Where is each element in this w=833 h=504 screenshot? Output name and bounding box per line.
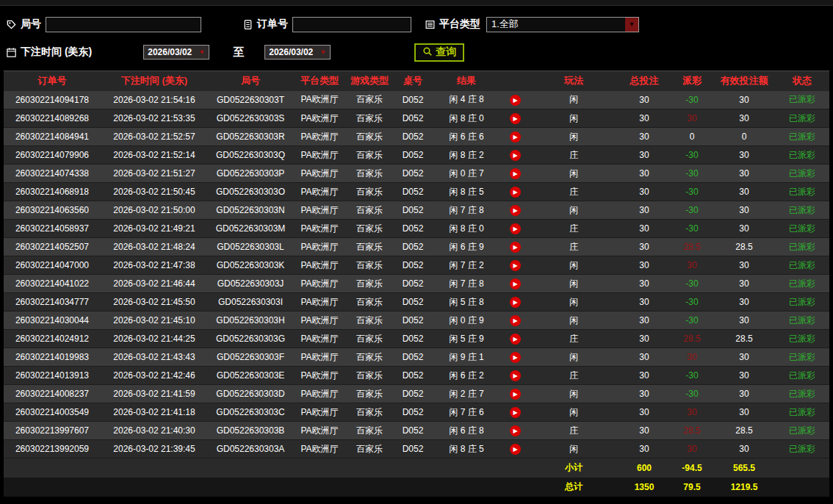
cell-valid-bet: 30 xyxy=(713,385,775,403)
cell-table-no: D052 xyxy=(393,109,433,128)
cell-platform: PA欧洲厅 xyxy=(293,312,346,330)
cell-replay: ▶ xyxy=(500,403,530,422)
cell-table-no: D052 xyxy=(393,275,433,293)
play-icon[interactable]: ▶ xyxy=(510,168,521,179)
play-icon[interactable]: ▶ xyxy=(510,113,521,124)
play-icon[interactable]: ▶ xyxy=(510,223,521,234)
cell-bet-time: 2026-03-02 21:47:38 xyxy=(101,256,208,275)
cell-valid-bet: 30 xyxy=(713,201,775,220)
col-header-total-bet: 总投注 xyxy=(618,71,671,91)
cell-order-no: 260302214030044 xyxy=(4,312,101,330)
cell-result: 闲 6 庄 6 xyxy=(433,128,500,146)
order-no-input[interactable] xyxy=(292,17,411,32)
play-icon[interactable]: ▶ xyxy=(510,334,521,345)
cell-status: 已派彩 xyxy=(775,293,829,312)
cell-total-bet: 30 xyxy=(618,256,671,275)
cell-result: 闲 6 庄 9 xyxy=(433,238,500,256)
cell-game-no: GD0522630303C xyxy=(208,403,293,422)
play-icon[interactable]: ▶ xyxy=(510,352,521,363)
play-icon[interactable]: ▶ xyxy=(510,407,521,418)
cell-table-no: D052 xyxy=(393,256,433,275)
cell-replay: ▶ xyxy=(500,201,530,220)
chevron-down-icon: ▼ xyxy=(320,48,326,56)
chevron-down-icon: ▼ xyxy=(625,18,638,32)
col-header-status: 状态 xyxy=(775,71,829,91)
cell-game-type: 百家乐 xyxy=(346,275,393,293)
cell-replay: ▶ xyxy=(500,238,530,256)
cell-game-no: GD0522630303T xyxy=(208,91,293,109)
table-row: 260302213992059 2026-03-02 21:39:45 GD05… xyxy=(4,440,829,458)
cell-play: 庄 xyxy=(530,422,618,440)
cell-status: 已派彩 xyxy=(775,330,829,348)
cell-status: 已派彩 xyxy=(775,109,829,128)
cell-status: 已派彩 xyxy=(775,348,829,367)
cell-valid-bet: 28.5 xyxy=(713,238,775,256)
table-row: 260302214052507 2026-03-02 21:48:24 GD05… xyxy=(4,238,829,256)
play-icon[interactable]: ▶ xyxy=(510,150,521,161)
cell-replay: ▶ xyxy=(500,220,530,238)
play-icon[interactable]: ▶ xyxy=(510,187,521,198)
subtotal-valid-bet: 565.5 xyxy=(713,458,775,478)
cell-game-type: 百家乐 xyxy=(346,422,393,440)
cell-table-no: D052 xyxy=(393,422,433,440)
cell-table-no: D052 xyxy=(393,91,433,109)
cell-payout: 30 xyxy=(671,403,713,422)
play-icon[interactable]: ▶ xyxy=(510,425,521,436)
cell-table-no: D052 xyxy=(393,367,433,385)
cell-game-no: GD0522630303K xyxy=(208,256,293,275)
play-icon[interactable]: ▶ xyxy=(510,242,521,253)
cell-game-type: 百家乐 xyxy=(346,293,393,312)
cell-valid-bet: 30 xyxy=(713,403,775,422)
cell-order-no: 260302214052507 xyxy=(4,238,101,256)
play-icon[interactable]: ▶ xyxy=(510,444,521,455)
document-icon xyxy=(242,19,253,30)
cell-bet-time: 2026-03-02 21:43:43 xyxy=(101,348,208,367)
cell-game-type: 百家乐 xyxy=(346,91,393,109)
play-icon[interactable]: ▶ xyxy=(510,297,521,308)
col-header-result: 结果 xyxy=(433,71,500,91)
cell-total-bet: 30 xyxy=(618,348,671,367)
subtotal-payout: -94.5 xyxy=(671,458,713,478)
bet-time-label: 下注时间 (美东) xyxy=(21,46,92,59)
cell-valid-bet: 30 xyxy=(713,220,775,238)
cell-game-no: GD0522630303G xyxy=(208,330,293,348)
cell-game-type: 百家乐 xyxy=(346,385,393,403)
cell-play: 闲 xyxy=(530,275,618,293)
game-no-input[interactable] xyxy=(46,17,201,32)
cell-total-bet: 30 xyxy=(618,128,671,146)
cell-table-no: D052 xyxy=(393,293,433,312)
cell-platform: PA欧洲厅 xyxy=(293,330,346,348)
platform-select[interactable]: 1.全部 ▼ xyxy=(486,17,639,32)
play-icon[interactable]: ▶ xyxy=(510,205,521,216)
cell-game-no: GD0522630303D xyxy=(208,385,293,403)
date-from-picker[interactable]: 2026/03/02 ▼ xyxy=(143,45,209,60)
play-icon[interactable]: ▶ xyxy=(510,370,521,381)
cell-valid-bet: 30 xyxy=(713,109,775,128)
cell-game-no: GD0522630303O xyxy=(208,183,293,201)
cell-total-bet: 30 xyxy=(618,312,671,330)
play-icon[interactable]: ▶ xyxy=(510,278,521,289)
cell-order-no: 260302214003549 xyxy=(4,403,101,422)
cell-bet-time: 2026-03-02 21:45:50 xyxy=(101,293,208,312)
subtotal-total-bet: 600 xyxy=(618,458,671,478)
cell-replay: ▶ xyxy=(500,91,530,109)
cell-order-no: 260302214084941 xyxy=(4,128,101,146)
cell-platform: PA欧洲厅 xyxy=(293,146,346,165)
cell-status: 已派彩 xyxy=(775,422,829,440)
play-icon[interactable]: ▶ xyxy=(510,315,521,326)
cell-result: 闲 0 庄 7 xyxy=(433,165,500,183)
cell-order-no: 260302214089268 xyxy=(4,109,101,128)
table-row: 260302213997607 2026-03-02 21:40:30 GD05… xyxy=(4,422,829,440)
play-icon[interactable]: ▶ xyxy=(510,260,521,271)
date-to-picker[interactable]: 2026/03/02 ▼ xyxy=(264,45,331,60)
cell-play: 闲 xyxy=(530,165,618,183)
cell-game-no: GD0522630303A xyxy=(208,440,293,458)
query-button[interactable]: 查询 xyxy=(414,43,464,62)
play-icon[interactable]: ▶ xyxy=(510,95,521,106)
col-header-payout: 派彩 xyxy=(671,71,713,91)
play-icon[interactable]: ▶ xyxy=(510,132,521,143)
table-row: 260302214008237 2026-03-02 21:41:59 GD05… xyxy=(4,385,829,403)
play-icon[interactable]: ▶ xyxy=(510,389,521,400)
cell-game-no: GD0522630303N xyxy=(208,201,293,220)
cell-order-no: 260302214019983 xyxy=(4,348,101,367)
